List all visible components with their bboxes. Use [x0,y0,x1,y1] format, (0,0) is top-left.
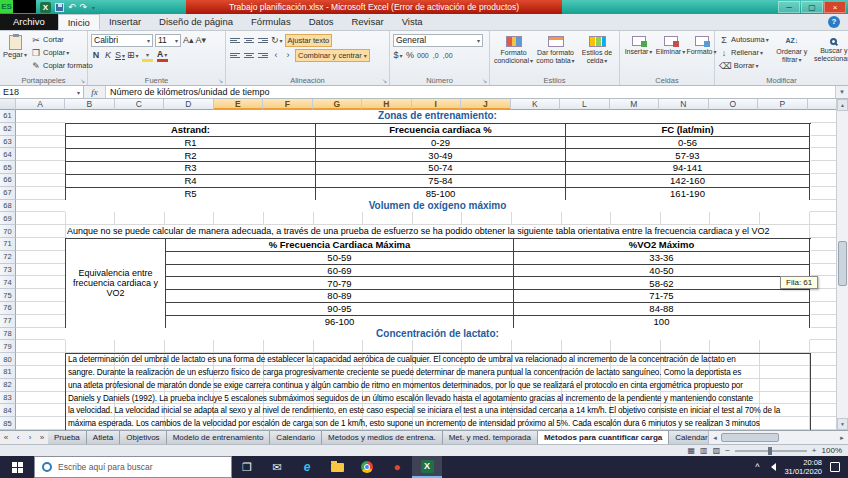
tab-inicio[interactable]: Inicio [58,14,100,30]
cell[interactable]: R4 [66,175,316,188]
tab-datos[interactable]: Datos [300,14,343,30]
row-header[interactable]: 70 [0,225,16,238]
insert-cells-button[interactable]: Insertar [623,33,654,74]
prev-sheet-icon[interactable]: ‹ [12,431,24,444]
row-header[interactable]: 64 [0,148,16,161]
column-header[interactable]: N [659,99,709,110]
cell[interactable]: 80-89 [166,290,514,303]
clear-button[interactable]: ⌫Borrar [718,59,770,72]
row-header[interactable]: 77 [0,315,16,328]
sheet-tab-cuantificar-carga[interactable]: Métodos para cuantificar carga [538,431,669,444]
column-header[interactable]: E [214,99,264,110]
cell[interactable]: 70-79 [166,277,514,290]
column-header[interactable]: P [758,99,808,110]
cell[interactable]: 75-84 [316,175,566,188]
zoom-slider[interactable] [735,450,807,452]
align-bottom-icon[interactable] [257,35,269,45]
excel-taskbar-icon[interactable]: X [412,456,442,478]
cell[interactable]: FC (lat/min) [566,124,810,137]
decrease-indent-icon[interactable]: ‹ [271,49,281,62]
sheet-tab-met-temporada[interactable]: Met. y med. temporada [443,431,538,444]
row-header[interactable]: 76 [0,302,16,315]
increase-indent-icon[interactable]: › [283,49,293,62]
decrease-decimal-button[interactable]: ,00 [443,49,453,62]
tab-insertar[interactable]: Insertar [100,14,150,30]
formula-input[interactable]: Número de kilómetros/unidad de tiempo [106,86,835,98]
column-header[interactable]: J [461,99,511,110]
bold-button[interactable]: N [91,49,101,62]
font-size-select[interactable]: 11 [155,34,181,47]
file-explorer-icon[interactable] [322,456,352,478]
tab-vista[interactable]: Vista [393,14,432,30]
taskbar-clock[interactable]: 20:08 31/01/2020 [784,458,822,476]
wrap-text-button[interactable]: Ajustar texto [285,34,333,47]
row-header[interactable]: 62 [0,123,16,136]
row-header[interactable]: 84 [0,404,16,417]
cell[interactable]: 71-75 [514,290,810,303]
last-sheet-icon[interactable]: » [36,431,48,444]
cell[interactable]: 30-49 [316,149,566,162]
vo2-note-cell[interactable]: Aunque no se puede calcular de manera ad… [67,225,809,238]
column-header[interactable]: A [16,99,65,110]
row-header[interactable]: 79 [0,340,16,353]
cell[interactable]: 84-88 [514,303,810,316]
row-header[interactable]: 66 [0,174,16,187]
name-box-dropdown-icon[interactable] [76,87,80,97]
cut-button[interactable]: ✂Cortar [30,33,94,46]
thousands-button[interactable]: 000 [417,49,429,62]
vertical-scrollbar[interactable]: ▲ ▼ [836,99,848,430]
recorder-app-icon[interactable]: ● [382,456,412,478]
column-header[interactable]: B [65,99,115,110]
cell[interactable]: % Frecuencia Cardiaca Máxima [166,239,514,252]
fill-button[interactable]: ↓Rellenar [718,46,770,59]
column-header[interactable]: H [362,99,412,110]
name-box[interactable]: E18 [0,86,84,98]
zoom-in-icon[interactable]: + [812,446,817,455]
edge-app-icon[interactable]: e [292,456,322,478]
underline-button[interactable]: S [115,49,125,62]
format-cells-button[interactable]: Formato [687,33,716,74]
cell[interactable]: Frecuencia cardiaca % [316,124,566,137]
select-all-corner[interactable] [0,99,16,110]
mail-app-icon[interactable]: ✉ [262,456,292,478]
page-layout-view-icon[interactable]: ▥ [700,446,708,455]
row-header[interactable]: 74 [0,276,16,289]
sheet-tab-modelo[interactable]: Modelo de entrenamiento [167,431,271,444]
cell[interactable]: 94-141 [566,162,810,175]
next-sheet-icon[interactable]: › [24,431,36,444]
row-header[interactable]: 83 [0,392,16,405]
column-header[interactable]: G [313,99,363,110]
align-right-icon[interactable] [257,50,269,60]
format-painter-button[interactable]: ✎Copiar formato [30,59,94,72]
row-header[interactable]: 61 [0,110,16,123]
font-family-select[interactable]: Calibri [91,34,153,47]
start-button[interactable] [0,456,34,478]
maximize-button[interactable]: ▢ [801,1,823,13]
row-header[interactable]: 69 [0,212,16,225]
number-format-select[interactable]: General [393,34,483,47]
format-as-table-button[interactable]: Dar formato como tabla [535,33,576,74]
insert-function-button[interactable]: fx [84,86,106,98]
row-header[interactable]: 72 [0,251,16,264]
sheet-tab-atleta[interactable]: Atleta [87,431,120,444]
chrome-app-icon[interactable] [352,456,382,478]
cell[interactable]: 58-62 [514,277,810,290]
close-button[interactable]: × [824,1,846,13]
column-header[interactable]: K [511,99,561,110]
zoom-slider-thumb[interactable] [768,447,772,455]
column-header[interactable]: O [709,99,759,110]
first-sheet-icon[interactable]: « [0,431,12,444]
row-header[interactable]: 82 [0,379,16,392]
cell[interactable]: 33-36 [514,252,810,265]
row-header[interactable]: 75 [0,289,16,302]
tab-diseno[interactable]: Diseño de página [150,14,242,30]
cell[interactable]: R1 [66,137,316,150]
cell[interactable]: Equivalencia entre frecuencia cardiaca y… [66,239,166,329]
cell[interactable]: 40-50 [514,265,810,278]
column-header[interactable]: L [560,99,610,110]
sheet-tab-objetivos[interactable]: Objetivos [120,431,166,444]
find-select-button[interactable]: Buscar y seleccionar [814,33,848,72]
row-header[interactable]: 81 [0,366,16,379]
row-header[interactable]: 80 [0,353,16,366]
zoom-out-icon[interactable]: − [725,446,730,455]
